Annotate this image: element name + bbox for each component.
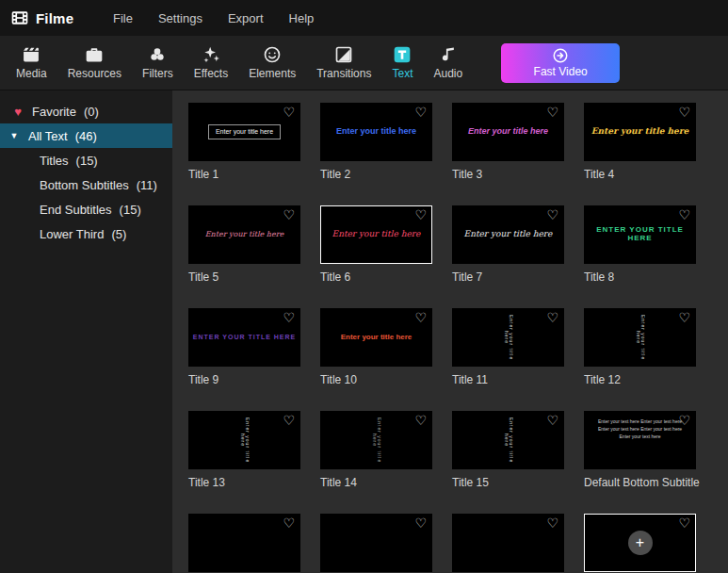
sidebar-item-favorite[interactable]: ♥ Favorite (0) [0, 99, 172, 123]
sidebar-item-titles[interactable]: Titles (15) [0, 148, 172, 172]
template-thumbnail[interactable]: Enter your text here Enter your text her… [584, 411, 696, 469]
tab-audio[interactable]: Audio [423, 45, 473, 80]
template-card-title-15[interactable]: Enter your title here ♡ Title 15 [452, 411, 564, 489]
sidebar-item-bottom-subtitles[interactable]: Bottom Subtitles (11) [0, 172, 172, 197]
heart-outline-icon[interactable]: ♡ [678, 106, 690, 119]
template-preview-text: ENTER YOUR TITLE HERE [589, 226, 692, 243]
template-preview-text: Enter your title here [468, 127, 548, 137]
template-title: Title 12 [584, 373, 696, 386]
heart-outline-icon[interactable]: ♡ [678, 516, 690, 530]
template-thumbnail[interactable]: Enter your title here ♡ [188, 103, 300, 161]
template-thumbnail[interactable]: Enter your title here ♡ [320, 308, 432, 367]
template-title: Title 10 [320, 373, 432, 386]
heart-outline-icon[interactable]: ♡ [283, 516, 295, 530]
tab-resources[interactable]: Resources [57, 45, 132, 80]
menu-item-settings[interactable]: Settings [158, 11, 202, 25]
template-card-title-7[interactable]: Enter your title here ♡ Title 7 [452, 205, 564, 284]
template-card-title-10[interactable]: Enter your title here ♡ Title 10 [320, 308, 432, 386]
template-thumbnail[interactable]: Enter your title here ♡ [188, 411, 300, 469]
heart-outline-icon[interactable]: ♡ [414, 516, 427, 530]
template-card-untitled-20[interactable]: + ♡ [584, 514, 696, 573]
template-thumbnail[interactable]: Enter your title here ♡ [452, 308, 564, 367]
tab-filters[interactable]: Filters [132, 45, 184, 80]
sidebar-item-lower-third[interactable]: Lower Third (5) [0, 221, 172, 246]
template-thumbnail[interactable]: + ♡ [584, 514, 696, 572]
tab-elements[interactable]: Elements [238, 45, 306, 80]
heart-outline-icon[interactable]: ♡ [283, 106, 295, 119]
template-card-untitled-18[interactable]: ♡ [320, 514, 432, 573]
heart-outline-icon[interactable]: ♡ [546, 414, 558, 427]
app-title: Filme [36, 10, 73, 26]
transitions-icon [334, 45, 353, 64]
tab-effects[interactable]: Effects [184, 45, 238, 80]
template-thumbnail[interactable]: ♡ [320, 514, 432, 572]
template-card-title-2[interactable]: Enter your title here ♡ Title 2 [320, 103, 432, 181]
template-thumbnail[interactable]: Enter your title here ♡ [452, 411, 564, 469]
template-card-title-11[interactable]: Enter your title here ♡ Title 11 [452, 308, 564, 386]
template-thumbnail[interactable]: Enter your title here ♡ [320, 103, 432, 161]
heart-outline-icon[interactable]: ♡ [283, 414, 295, 427]
template-card-title-13[interactable]: Enter your title here ♡ Title 13 [188, 411, 300, 489]
template-thumbnail[interactable]: ♡ [452, 514, 564, 572]
audio-icon [439, 45, 458, 64]
template-card-title-6[interactable]: Enter your title here ♡ Title 6 [320, 205, 432, 284]
heart-outline-icon[interactable]: ♡ [546, 311, 558, 324]
heart-outline-icon[interactable]: ♡ [414, 106, 427, 119]
template-thumbnail[interactable]: Enter your title here ♡ [452, 205, 564, 264]
menu-item-help[interactable]: Help [289, 11, 315, 25]
heart-outline-icon[interactable]: ♡ [546, 208, 558, 221]
tab-transitions[interactable]: Transitions [306, 45, 381, 80]
heart-outline-icon[interactable]: ♡ [678, 208, 690, 221]
heart-outline-icon[interactable]: ♡ [414, 414, 427, 427]
template-card-default-bottom-subtitle[interactable]: Enter your text here Enter your text her… [584, 411, 696, 489]
template-title: Title 2 [320, 168, 432, 181]
template-thumbnail[interactable]: Enter your title here ♡ [452, 103, 564, 161]
heart-outline-icon[interactable]: ♡ [546, 516, 558, 530]
template-preview-text: Enter your title here [635, 314, 645, 361]
template-card-title-9[interactable]: ENTER YOUR TITLE HERE ♡ Title 9 [188, 308, 300, 386]
template-card-title-14[interactable]: Enter your title here ♡ Title 14 [320, 411, 432, 489]
sidebar-item-end-subtitles[interactable]: End Subtitles (15) [0, 197, 172, 221]
template-thumbnail[interactable]: Enter your title here ♡ [320, 205, 432, 264]
template-thumbnail[interactable]: Enter your title here ♡ [320, 411, 432, 469]
template-thumbnail[interactable]: Enter your title here ♡ [188, 205, 300, 264]
template-preview-text: Enter your title here [371, 417, 381, 464]
heart-outline-icon[interactable]: ♡ [678, 414, 690, 427]
add-template-plus-icon[interactable]: + [628, 531, 653, 555]
template-title: Title 13 [188, 476, 300, 489]
template-card-untitled-17[interactable]: ♡ [188, 514, 300, 573]
template-thumbnail[interactable]: ENTER YOUR TITLE HERE ♡ [584, 205, 696, 264]
heart-outline-icon[interactable]: ♡ [546, 106, 558, 119]
heart-outline-icon[interactable]: ♡ [283, 311, 295, 324]
template-card-title-4[interactable]: Enter your title here ♡ Title 4 [584, 103, 696, 181]
template-preview-text: Enter your title here [341, 334, 413, 342]
template-title: Title 1 [188, 168, 300, 181]
sidebar-item-all-text[interactable]: ▼ All Text (46) [0, 123, 172, 148]
template-card-title-5[interactable]: Enter your title here ♡ Title 5 [188, 205, 300, 284]
template-thumbnail[interactable]: Enter your title here ♡ [584, 103, 696, 161]
sidebar: ♥ Favorite (0) ▼ All Text (46) Titles (1… [0, 90, 172, 573]
fast-video-button[interactable]: Fast Video [501, 43, 620, 83]
main-area: ♥ Favorite (0) ▼ All Text (46) Titles (1… [0, 90, 728, 573]
template-title: Default Bottom Subtitle [584, 476, 696, 489]
template-card-title-3[interactable]: Enter your title here ♡ Title 3 [452, 103, 564, 181]
top-menu-bar: Filme FileSettingsExportHelp [0, 0, 728, 36]
template-card-title-1[interactable]: Enter your title here ♡ Title 1 [188, 103, 300, 181]
template-thumbnail[interactable]: Enter your title here ♡ [584, 308, 696, 367]
menu-item-file[interactable]: File [113, 11, 133, 25]
menu-item-export[interactable]: Export [228, 11, 264, 25]
template-thumbnail[interactable]: ENTER YOUR TITLE HERE ♡ [188, 308, 300, 367]
template-preview-text: Enter your title here [332, 230, 421, 239]
template-card-untitled-19[interactable]: ♡ [452, 514, 564, 573]
tab-text[interactable]: Text [381, 45, 423, 80]
toolbar-tabs: Media Resources Filters Effects Elements… [6, 45, 473, 80]
template-card-title-12[interactable]: Enter your title here ♡ Title 12 [584, 308, 696, 386]
heart-outline-icon[interactable]: ♡ [414, 208, 427, 221]
template-card-title-8[interactable]: ENTER YOUR TITLE HERE ♡ Title 8 [584, 205, 696, 284]
template-preview-text: Enter your title here [239, 417, 250, 464]
template-thumbnail[interactable]: ♡ [188, 514, 300, 572]
heart-outline-icon[interactable]: ♡ [678, 311, 690, 324]
heart-outline-icon[interactable]: ♡ [283, 208, 295, 221]
tab-media[interactable]: Media [6, 45, 57, 80]
heart-outline-icon[interactable]: ♡ [414, 311, 427, 324]
